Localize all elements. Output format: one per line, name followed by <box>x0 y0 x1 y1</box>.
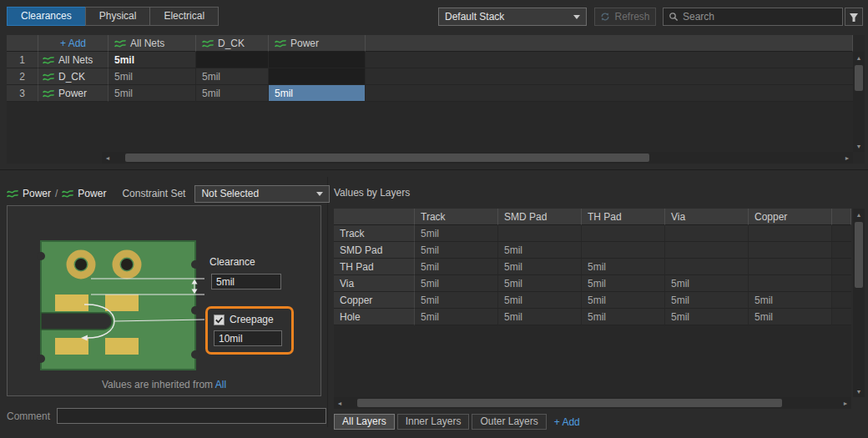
layer-row-header: Copper <box>334 292 415 309</box>
layers-cell[interactable]: 5mil <box>415 292 498 309</box>
scroll-down-icon[interactable]: ▼ <box>853 140 865 152</box>
row-filler <box>832 225 851 242</box>
layers-cell[interactable]: 5mil <box>582 275 665 292</box>
layers-cell[interactable]: 5mil <box>498 309 582 325</box>
layers-cell[interactable]: 5mil <box>498 292 582 309</box>
layers-cell[interactable]: 5mil <box>582 309 665 325</box>
creepage-input[interactable] <box>214 330 282 346</box>
layers-cell[interactable]: 5mil <box>665 275 749 292</box>
layers-cell[interactable]: 5mil <box>415 309 498 325</box>
add-net-class-button[interactable]: + Add <box>38 35 108 52</box>
clearance-input[interactable] <box>211 274 281 289</box>
refresh-button[interactable]: Refresh <box>594 8 656 26</box>
pair-right-name: Power <box>78 188 106 199</box>
layers-cell[interactable] <box>582 225 665 242</box>
matrix-cell[interactable]: 5mil <box>269 85 366 102</box>
scroll-up-icon[interactable]: ▲ <box>853 209 865 220</box>
matrix-cell[interactable] <box>269 52 366 68</box>
scrollbar-track[interactable] <box>853 220 865 385</box>
column-header-label: Power <box>290 38 319 49</box>
layers-cell[interactable] <box>582 242 665 259</box>
layers-cell[interactable]: 5mil <box>415 242 498 259</box>
layers-cell[interactable]: 5mil <box>749 309 832 325</box>
scroll-left-icon[interactable]: ◄ <box>102 152 114 164</box>
scroll-left-icon[interactable]: ◄ <box>334 397 346 409</box>
net-matrix-horizontal-scrollbar[interactable]: ◄ ► <box>102 152 853 164</box>
tab-electrical[interactable]: Electrical <box>149 7 219 26</box>
layers-cell[interactable]: 5mil <box>582 259 665 275</box>
net-matrix-row: 1 All Nets5mil <box>7 52 853 68</box>
scrollbar-track[interactable] <box>114 152 841 164</box>
matrix-cell[interactable]: 5mil <box>196 85 269 102</box>
net-clearance-matrix: + Add All Nets D_CK Power 1 All Nets5mil… <box>7 35 865 164</box>
comment-row: Comment <box>7 408 326 424</box>
tab-inner-layers[interactable]: Inner Layers <box>397 414 470 430</box>
layers-cell[interactable] <box>749 242 832 259</box>
layers-cell[interactable] <box>665 225 749 242</box>
tab-clearances[interactable]: Clearances <box>7 7 86 26</box>
column-header-copper[interactable]: Copper <box>749 209 832 225</box>
net-matrix-vertical-scrollbar[interactable]: ▲ ▼ <box>853 52 865 152</box>
scroll-right-icon[interactable]: ► <box>840 397 851 409</box>
column-header-via[interactable]: Via <box>665 209 749 225</box>
column-header-all-nets[interactable]: All Nets <box>108 35 196 52</box>
tab-outer-layers[interactable]: Outer Layers <box>472 414 546 430</box>
layers-cell[interactable] <box>665 259 749 275</box>
column-header-power[interactable]: Power <box>269 35 366 52</box>
layers-cell[interactable]: 5mil <box>415 225 498 242</box>
layers-horizontal-scrollbar[interactable]: ◄ ► <box>334 397 851 409</box>
row-filler <box>832 275 851 292</box>
constraint-set-dropdown[interactable]: Not Selected <box>194 185 330 203</box>
comment-input[interactable] <box>57 408 326 424</box>
net-name-cell[interactable]: Power <box>38 85 108 102</box>
layers-cell[interactable]: 5mil <box>415 275 498 292</box>
layers-cell[interactable] <box>749 225 832 242</box>
inherited-from-link[interactable]: All <box>215 379 226 390</box>
scroll-right-icon[interactable]: ► <box>841 152 853 164</box>
scroll-up-icon[interactable]: ▲ <box>853 52 865 63</box>
layers-cell[interactable]: 5mil <box>582 292 665 309</box>
tab-all-layers[interactable]: All Layers <box>334 414 395 430</box>
scroll-down-icon[interactable]: ▼ <box>853 385 865 397</box>
matrix-cell[interactable]: 5mil <box>196 68 269 85</box>
layers-cell[interactable]: 5mil <box>665 309 749 325</box>
search-input[interactable] <box>683 11 837 23</box>
column-header-smd-pad[interactable]: SMD Pad <box>498 209 582 225</box>
matrix-cell[interactable] <box>269 68 366 85</box>
scrollbar-track[interactable] <box>853 63 865 140</box>
add-layer-scope-button[interactable]: + Add <box>554 416 580 428</box>
net-matrix-main: + Add All Nets D_CK Power 1 All Nets5mil… <box>7 35 853 164</box>
matrix-cell[interactable]: 5mil <box>108 52 196 68</box>
column-header-d-ck[interactable]: D_CK <box>196 35 269 52</box>
scrollbar-thumb[interactable] <box>855 65 863 91</box>
column-header-track[interactable]: Track <box>415 209 498 225</box>
column-header-th-pad[interactable]: TH Pad <box>582 209 665 225</box>
net-name-cell[interactable]: All Nets <box>38 52 108 68</box>
layers-cell[interactable]: 5mil <box>498 259 582 275</box>
layers-cell[interactable]: 5mil <box>749 292 832 309</box>
layers-cell[interactable] <box>665 242 749 259</box>
matrix-cell[interactable]: 5mil <box>108 68 196 85</box>
matrix-cell[interactable]: 5mil <box>108 85 196 102</box>
scrollbar-thumb[interactable] <box>125 154 649 162</box>
scrollbar-track[interactable] <box>346 397 840 409</box>
layers-cell[interactable]: 5mil <box>498 242 582 259</box>
layers-vertical-scrollbar[interactable]: ▲ ▼ <box>853 209 865 397</box>
layers-cell[interactable]: 5mil <box>498 275 582 292</box>
creepage-checkbox[interactable] <box>214 315 225 325</box>
smd-pad <box>105 338 139 355</box>
scrollbar-thumb[interactable] <box>357 399 782 407</box>
matrix-cell[interactable] <box>196 52 269 68</box>
net-name-cell[interactable]: D_CK <box>38 68 108 85</box>
search-box[interactable] <box>663 8 843 26</box>
tab-physical[interactable]: Physical <box>85 7 151 26</box>
scrollbar-thumb[interactable] <box>855 222 863 288</box>
stack-dropdown[interactable]: Default Stack <box>438 8 587 26</box>
layers-cell[interactable] <box>749 259 832 275</box>
layers-cell[interactable] <box>749 275 832 292</box>
layers-cell[interactable]: 5mil <box>415 259 498 275</box>
filter-button[interactable] <box>845 8 863 26</box>
layers-cell[interactable] <box>498 225 582 242</box>
layers-cell[interactable]: 5mil <box>665 292 749 309</box>
section-divider <box>0 169 868 170</box>
